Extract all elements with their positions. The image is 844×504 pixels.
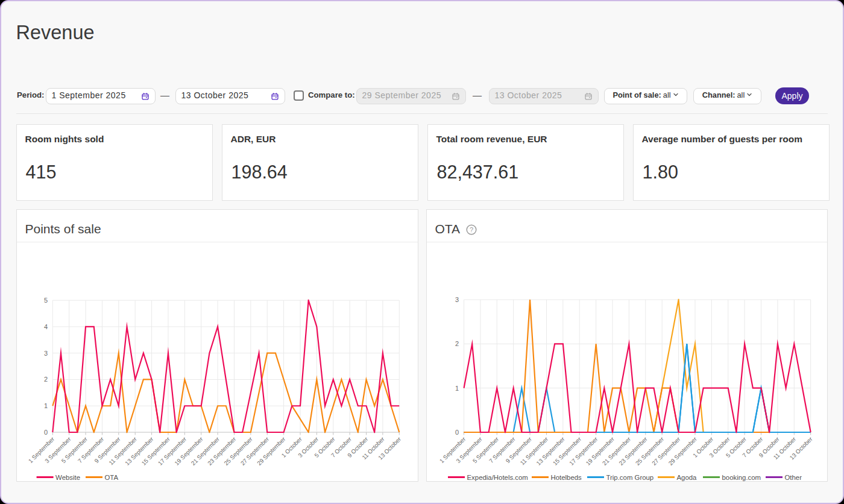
svg-text:?: ? <box>470 226 473 233</box>
svg-text:3: 3 <box>455 296 459 303</box>
svg-text:1: 1 <box>44 402 48 409</box>
svg-text:OTA: OTA <box>105 474 119 481</box>
svg-text:0: 0 <box>44 429 48 436</box>
svg-text:Hotelbeds: Hotelbeds <box>551 474 582 481</box>
svg-text:Agoda: Agoda <box>677 474 698 481</box>
svg-text:0: 0 <box>455 429 459 436</box>
svg-text:2: 2 <box>455 340 459 347</box>
svg-text:2: 2 <box>44 376 48 383</box>
svg-text:Other: Other <box>785 474 802 481</box>
svg-text:booking.com: booking.com <box>722 474 761 481</box>
svg-text:5: 5 <box>44 297 48 304</box>
svg-text:Website: Website <box>55 474 80 481</box>
svg-text:4: 4 <box>44 323 48 330</box>
svg-text:Expedia/Hotels.com: Expedia/Hotels.com <box>467 474 528 481</box>
svg-text:1: 1 <box>455 385 459 392</box>
svg-text:Trip.com Group: Trip.com Group <box>606 474 654 481</box>
svg-text:3: 3 <box>44 350 48 357</box>
